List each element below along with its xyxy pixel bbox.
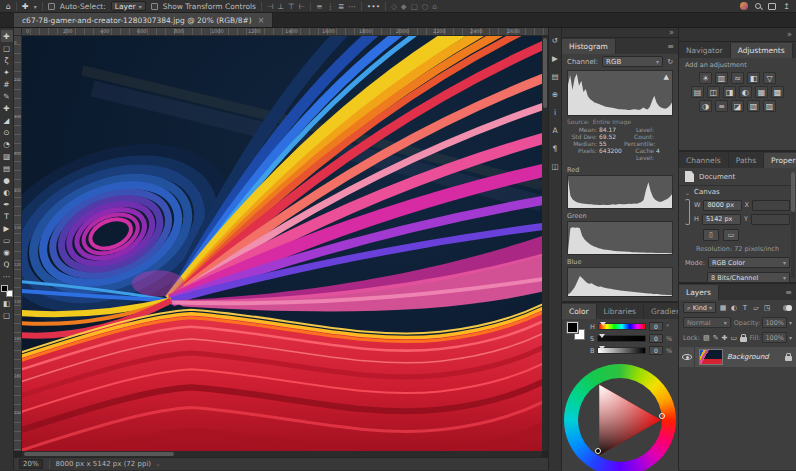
distribute-icon[interactable]: ⋮ <box>327 2 335 11</box>
search-icon[interactable] <box>755 3 761 9</box>
document-canvas[interactable] <box>22 36 542 451</box>
history-icon[interactable]: ↺ <box>549 34 561 46</box>
lock-all-icon[interactable] <box>740 337 747 342</box>
type-tool[interactable]: T <box>1 210 13 222</box>
tab-navigator[interactable]: Navigator <box>679 43 731 58</box>
ruler-origin[interactable] <box>14 28 22 36</box>
orientation-landscape-button[interactable]: ▭ <box>723 229 739 241</box>
pen-tool[interactable]: ✒ <box>1 198 13 210</box>
filter-shape-icon[interactable]: ▱ <box>751 303 761 313</box>
channel-mixer-icon[interactable]: ▦ <box>755 86 768 98</box>
more-options-button[interactable]: ••• <box>367 2 380 11</box>
align-icon[interactable]: ⊤ <box>288 2 295 11</box>
opacity-field[interactable]: 100% <box>762 317 787 328</box>
orientation-portrait-button[interactable]: ▯ <box>703 229 719 241</box>
panel-menu-icon[interactable]: ≡ <box>663 42 678 51</box>
cached-data-warning-icon[interactable]: ▲ <box>664 73 669 81</box>
layer-visibility-toggle[interactable] <box>679 347 695 367</box>
source-value[interactable]: Entire Image <box>593 118 631 125</box>
distribute-icon[interactable]: ≡ <box>316 2 322 11</box>
lock-pixels-icon[interactable]: ✎ <box>713 334 719 342</box>
gradient-tool[interactable]: ▤ <box>1 162 13 174</box>
edit-toolbar[interactable]: ⋯ <box>1 270 13 282</box>
lock-transparent-icon[interactable]: ▨ <box>703 334 710 342</box>
tab-libraries[interactable]: Libraries <box>597 304 644 319</box>
column-collapse-bar[interactable]: » <box>562 28 678 38</box>
libraries-icon[interactable]: ◫ <box>549 160 561 172</box>
curves-icon[interactable]: ≈ <box>731 72 744 84</box>
hue-marker[interactable] <box>659 413 665 419</box>
uncached-refresh-icon[interactable]: ↻ <box>667 58 673 66</box>
lock-artboard-icon[interactable]: ▭ <box>730 334 737 342</box>
fill-field[interactable]: 100% <box>762 332 787 343</box>
height-field[interactable]: 5142 px <box>702 214 741 225</box>
brush-tool[interactable]: ◢ <box>1 114 13 126</box>
eyedropper-tool[interactable]: ✎ <box>1 90 13 102</box>
lock-position-icon[interactable]: ✚ <box>722 334 728 342</box>
3d-mode-icon[interactable]: ▢ <box>411 2 418 11</box>
clone-stamp-tool[interactable]: ⊙ <box>1 126 13 138</box>
3d-mode-icon[interactable]: ◆ <box>401 2 407 11</box>
canvas-section-header[interactable]: ⌄ Canvas <box>679 185 796 198</box>
zoom-tool[interactable]: Q <box>1 258 13 270</box>
link-dimensions-icon[interactable] <box>685 199 690 225</box>
exposure-icon[interactable]: ◧ <box>747 72 760 84</box>
layer-thumbnail[interactable] <box>699 349 723 365</box>
share-icon[interactable]: ↥ <box>783 2 790 11</box>
character-icon[interactable]: A <box>549 124 561 136</box>
hue-saturation-icon[interactable]: ▤ <box>691 86 704 98</box>
panel-scrollbar[interactable] <box>791 172 795 278</box>
panel-menu-icon[interactable]: ≡ <box>781 288 796 297</box>
status-chevron-icon[interactable]: › <box>157 461 159 468</box>
history-brush-tool[interactable]: ◔ <box>1 138 13 150</box>
filter-smart-object-icon[interactable]: ◳ <box>762 303 772 313</box>
vibrance-icon[interactable]: ▽ <box>763 72 776 84</box>
blur-tool[interactable]: ● <box>1 174 13 186</box>
levels-icon[interactable]: ▥ <box>715 72 728 84</box>
slider-track[interactable] <box>597 335 646 342</box>
blend-mode-dropdown[interactable]: Normal ▾ <box>683 317 731 328</box>
slider-value-field[interactable]: 0 <box>649 346 663 355</box>
black-white-icon[interactable]: ◨ <box>723 86 736 98</box>
slider-track[interactable] <box>598 323 646 330</box>
brush-settings-icon[interactable]: ▤ <box>549 70 561 82</box>
channel-dropdown[interactable]: RGB ▾ <box>602 56 663 67</box>
path-selection-tool[interactable]: ▶ <box>1 222 13 234</box>
align-icon[interactable]: ⊣ <box>267 2 274 11</box>
color-mode-dropdown[interactable]: RGB Color ▾ <box>708 257 790 268</box>
photo-filter-icon[interactable]: ◐ <box>739 86 752 98</box>
tab-paths[interactable]: Paths <box>729 153 764 168</box>
tab-layers[interactable]: Layers <box>679 285 719 300</box>
width-field[interactable]: 8000 px <box>703 200 741 211</box>
clone-source-icon[interactable]: ⊕ <box>549 88 561 100</box>
column-collapse-bar[interactable]: » <box>679 28 796 42</box>
brightness-contrast-icon[interactable]: ☀ <box>699 72 712 84</box>
shape-tool[interactable]: ▭ <box>1 234 13 246</box>
eraser-tool[interactable]: ▨ <box>1 150 13 162</box>
collapse-icon[interactable]: » <box>787 30 792 39</box>
move-tool-icon[interactable]: ✚ <box>22 0 29 13</box>
color-lookup-icon[interactable]: ▩ <box>771 86 784 98</box>
tab-color[interactable]: Color <box>562 304 597 319</box>
marquee-tool[interactable]: ▢ <box>1 42 13 54</box>
tab-properties[interactable]: Properties <box>764 153 796 168</box>
document-tab[interactable]: c67-78-gamer-and-creator-1280307384.jpg … <box>14 13 273 27</box>
invert-icon[interactable]: ◑ <box>699 100 712 112</box>
lasso-tool[interactable]: ζ <box>1 54 13 66</box>
3d-mode-icon[interactable]: ○ <box>422 2 429 11</box>
auto-select-dropdown[interactable]: Layer ▾ <box>111 1 146 11</box>
color-balance-icon[interactable]: ◫ <box>707 86 720 98</box>
show-transform-checkbox[interactable] <box>151 3 158 10</box>
hand-tool[interactable]: ◉ <box>1 246 13 258</box>
workspace-icon[interactable] <box>768 3 776 10</box>
3d-mode-icon[interactable]: ◇ <box>391 2 397 11</box>
tab-channels[interactable]: Channels <box>679 153 729 168</box>
bit-depth-dropdown[interactable]: 8 Bits/Channel ▾ <box>707 272 790 283</box>
dodge-tool[interactable]: ◐ <box>1 186 13 198</box>
crop-tool[interactable]: # <box>1 78 13 90</box>
foreground-background-swatches[interactable] <box>567 322 585 340</box>
layer-filter-dropdown[interactable]: ⌕ Kind ▾ <box>683 302 716 313</box>
zoom-level-field[interactable]: 20% <box>19 459 43 469</box>
collapse-icon[interactable]: » <box>669 28 674 37</box>
screen-mode-button[interactable]: ▢ <box>1 309 13 321</box>
